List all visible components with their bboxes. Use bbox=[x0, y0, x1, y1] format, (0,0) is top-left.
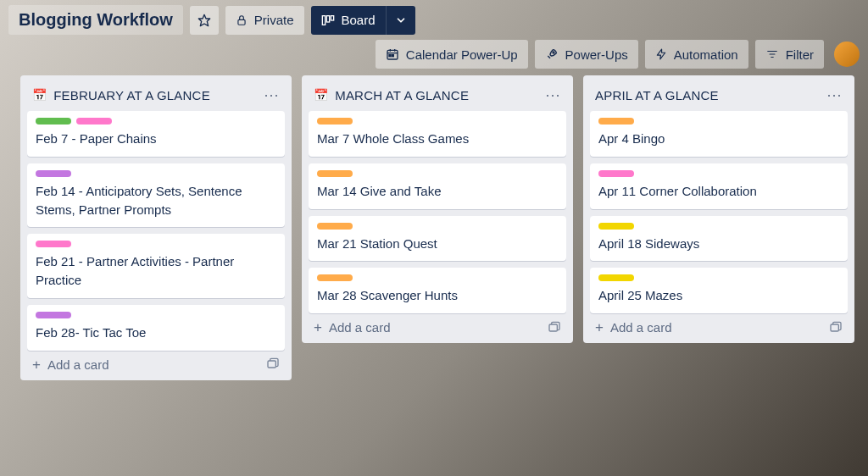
chevron-down-icon bbox=[395, 14, 407, 26]
card-list: Feb 7 - Paper ChainsFeb 14 - Anticipator… bbox=[27, 111, 285, 351]
card-title: Feb 21 - Partner Activities - Partner Pr… bbox=[36, 252, 276, 290]
list-menu-button[interactable]: ⋯ bbox=[264, 86, 280, 104]
card-labels bbox=[317, 274, 558, 281]
plus-icon: + bbox=[595, 320, 604, 335]
svg-point-11 bbox=[553, 52, 554, 53]
card-template-icon[interactable] bbox=[548, 321, 561, 335]
board-title[interactable]: Blogging Workflow bbox=[8, 5, 183, 35]
card[interactable]: Mar 21 Station Quest bbox=[309, 216, 566, 262]
list-menu-button[interactable]: ⋯ bbox=[826, 86, 843, 104]
add-card-label: Add a card bbox=[610, 320, 672, 335]
avatar[interactable] bbox=[834, 42, 860, 67]
label-pink[interactable] bbox=[598, 170, 634, 177]
board-header: Blogging Workflow Private Board bbox=[0, 0, 868, 38]
card-list: Apr 4 BingoApr 11 Corner CollaborationAp… bbox=[590, 111, 848, 313]
label-purple[interactable] bbox=[36, 312, 71, 318]
add-card-label: Add a card bbox=[47, 357, 109, 372]
privacy-button[interactable]: Private bbox=[225, 6, 304, 35]
calendar-emoji-icon: 📅 bbox=[314, 88, 328, 102]
card-labels bbox=[36, 241, 276, 247]
card[interactable]: Apr 11 Corner Collaboration bbox=[590, 163, 848, 209]
automation-button[interactable]: Automation bbox=[645, 40, 748, 69]
svg-rect-9 bbox=[389, 55, 391, 57]
list-title[interactable]: APRIL AT A GLANCE bbox=[595, 88, 719, 102]
card[interactable]: Mar 28 Scavenger Hunts bbox=[309, 268, 566, 313]
label-orange[interactable] bbox=[317, 118, 353, 125]
add-card-button[interactable]: +Add a card bbox=[309, 313, 566, 336]
label-pink[interactable] bbox=[36, 241, 71, 247]
card-labels bbox=[36, 118, 276, 125]
card[interactable]: April 25 Mazes bbox=[590, 268, 848, 313]
label-yellow[interactable] bbox=[598, 223, 634, 230]
rocket-icon bbox=[545, 47, 559, 61]
svg-rect-2 bbox=[322, 15, 325, 25]
list-header: 📅FEBRUARY AT A GLANCE⋯ bbox=[27, 82, 285, 111]
card-title: April 18 Sideways bbox=[598, 235, 839, 253]
list: 📅MARCH AT A GLANCE⋯Mar 7 Whole Class Gam… bbox=[302, 75, 573, 343]
card[interactable]: Feb 21 - Partner Activities - Partner Pr… bbox=[27, 234, 285, 298]
card-template-icon[interactable] bbox=[829, 321, 843, 335]
filter-icon bbox=[765, 48, 779, 60]
automation-label: Automation bbox=[674, 47, 738, 62]
label-yellow[interactable] bbox=[598, 274, 634, 281]
label-orange[interactable] bbox=[317, 223, 353, 230]
lock-icon bbox=[236, 14, 248, 26]
card[interactable]: April 18 Sideways bbox=[590, 216, 848, 262]
label-purple[interactable] bbox=[36, 170, 71, 177]
list-title-text: FEBRUARY AT A GLANCE bbox=[53, 88, 210, 102]
svg-rect-3 bbox=[326, 15, 329, 21]
view-dropdown-button[interactable] bbox=[386, 6, 415, 35]
filter-label: Filter bbox=[786, 47, 814, 62]
calendar-powerup-button[interactable]: Calendar Power-Up bbox=[376, 40, 528, 69]
card[interactable]: Feb 28- Tic Tac Toe bbox=[27, 305, 285, 351]
card-labels bbox=[598, 274, 839, 281]
card-title: Feb 14 - Anticipatory Sets, Sentence Ste… bbox=[36, 182, 276, 219]
board-view-button[interactable]: Board bbox=[311, 6, 386, 35]
powerups-label: Power-Ups bbox=[565, 47, 628, 62]
list: APRIL AT A GLANCE⋯Apr 4 BingoApr 11 Corn… bbox=[583, 75, 854, 343]
plus-icon: + bbox=[32, 357, 41, 372]
filter-button[interactable]: Filter bbox=[755, 40, 824, 69]
calendar-emoji-icon: 📅 bbox=[32, 88, 47, 102]
card-labels bbox=[36, 170, 276, 177]
svg-marker-0 bbox=[198, 14, 209, 25]
card-title: Mar 28 Scavenger Hunts bbox=[317, 286, 558, 305]
list-title-text: APRIL AT A GLANCE bbox=[595, 88, 719, 102]
card-labels bbox=[317, 118, 558, 125]
card-title: Mar 7 Whole Class Games bbox=[317, 130, 558, 148]
card[interactable]: Feb 7 - Paper Chains bbox=[27, 111, 285, 157]
card-title: April 25 Mazes bbox=[598, 286, 839, 305]
board-toolbar: Calendar Power-Up Power-Ups Automation F… bbox=[0, 38, 868, 75]
list-title[interactable]: 📅MARCH AT A GLANCE bbox=[314, 88, 469, 102]
card-labels bbox=[317, 170, 558, 177]
privacy-label: Private bbox=[254, 13, 294, 27]
card-title: Apr 4 Bingo bbox=[598, 130, 839, 148]
add-card-button[interactable]: +Add a card bbox=[27, 351, 285, 374]
list-header: APRIL AT A GLANCE⋯ bbox=[590, 82, 848, 111]
label-pink[interactable] bbox=[76, 118, 112, 125]
list-title-text: MARCH AT A GLANCE bbox=[335, 88, 469, 102]
card[interactable]: Mar 14 Give and Take bbox=[309, 163, 566, 209]
card-title: Feb 7 - Paper Chains bbox=[36, 130, 276, 148]
label-orange[interactable] bbox=[598, 118, 634, 125]
svg-marker-12 bbox=[657, 49, 665, 59]
card-template-icon[interactable] bbox=[266, 357, 280, 371]
label-orange[interactable] bbox=[317, 274, 353, 281]
label-orange[interactable] bbox=[317, 170, 353, 177]
board-canvas: 📅FEBRUARY AT A GLANCE⋯Feb 7 - Paper Chai… bbox=[0, 75, 868, 389]
bolt-icon bbox=[655, 47, 667, 61]
list-menu-button[interactable]: ⋯ bbox=[545, 86, 561, 104]
label-green[interactable] bbox=[36, 118, 71, 125]
card-title: Apr 11 Corner Collaboration bbox=[598, 182, 839, 201]
powerups-button[interactable]: Power-Ups bbox=[535, 40, 638, 69]
list-title[interactable]: 📅FEBRUARY AT A GLANCE bbox=[32, 88, 210, 102]
card[interactable]: Feb 14 - Anticipatory Sets, Sentence Ste… bbox=[27, 163, 285, 228]
card[interactable]: Apr 4 Bingo bbox=[590, 111, 848, 157]
svg-rect-18 bbox=[831, 324, 838, 331]
add-card-button[interactable]: +Add a card bbox=[590, 313, 848, 336]
star-button[interactable] bbox=[190, 6, 219, 35]
svg-rect-1 bbox=[238, 19, 245, 25]
card[interactable]: Mar 7 Whole Class Games bbox=[309, 111, 566, 157]
star-icon bbox=[198, 14, 211, 27]
card-labels bbox=[598, 118, 839, 125]
